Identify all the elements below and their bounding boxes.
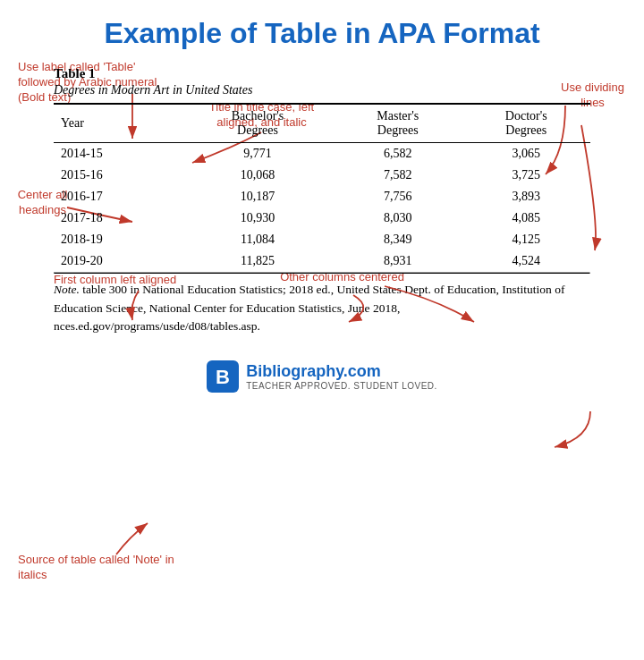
cell-year: 2016-17 bbox=[54, 186, 182, 207]
col-header-bachelor: Bachelor'sDegrees bbox=[182, 104, 334, 143]
footer-tagline: Teacher Approved. Student Loved. bbox=[246, 381, 437, 391]
col-header-year: Year bbox=[54, 104, 182, 143]
table-title: Degrees in Modern Art in United States bbox=[54, 83, 590, 97]
cell-year: 2019-20 bbox=[54, 250, 182, 272]
cell-year: 2014-15 bbox=[54, 143, 182, 165]
table-bottom-divider bbox=[54, 272, 590, 274]
cell-bachelor: 11,084 bbox=[182, 229, 334, 250]
table-row: 2018-19 11,084 8,349 4,125 bbox=[54, 229, 590, 250]
table-label: Table 1 bbox=[54, 66, 590, 81]
table-head: Year Bachelor'sDegrees Master'sDegrees D… bbox=[54, 104, 590, 143]
note-section: Note. table 300 in National Education St… bbox=[54, 274, 590, 344]
footer: B Bibliography.com Teacher Approved. Stu… bbox=[0, 344, 644, 403]
table-row: 2015-16 10,068 7,582 3,725 bbox=[54, 165, 590, 186]
table-section: Table 1 Degrees in Modern Art in United … bbox=[54, 66, 590, 274]
cell-doctor: 4,125 bbox=[462, 229, 590, 250]
header-row: Year Bachelor'sDegrees Master'sDegrees D… bbox=[54, 104, 590, 143]
col-header-master: Master'sDegrees bbox=[334, 104, 462, 143]
cell-year: 2015-16 bbox=[54, 165, 182, 186]
page-container: Example of Table in APA Format bbox=[0, 0, 644, 660]
table-row: 2014-15 9,771 6,582 3,065 bbox=[54, 143, 590, 165]
apa-table: Year Bachelor'sDegrees Master'sDegrees D… bbox=[54, 103, 590, 272]
cell-bachelor: 9,771 bbox=[182, 143, 334, 165]
svg-text:B: B bbox=[216, 366, 230, 388]
bibliography-logo-icon: B bbox=[207, 360, 239, 393]
source-annotation: Source of table called 'Note' in italics bbox=[18, 553, 206, 583]
footer-brand: Bibliography.com bbox=[246, 362, 437, 381]
footer-text-block: Bibliography.com Teacher Approved. Stude… bbox=[246, 362, 437, 391]
cell-doctor: 3,065 bbox=[462, 143, 590, 165]
cell-master: 8,030 bbox=[334, 207, 462, 229]
cell-master: 8,349 bbox=[334, 229, 462, 250]
table-row: 2019-20 11,825 8,931 4,524 bbox=[54, 250, 590, 272]
cell-bachelor: 10,930 bbox=[182, 207, 334, 229]
cell-master: 6,582 bbox=[334, 143, 462, 165]
cell-master: 7,582 bbox=[334, 165, 462, 186]
cell-doctor: 3,893 bbox=[462, 186, 590, 207]
cell-doctor: 4,524 bbox=[462, 250, 590, 272]
col-header-doctor: Doctor'sDegrees bbox=[462, 104, 590, 143]
note-text: table 300 in National Education Statisti… bbox=[54, 283, 564, 333]
cell-master: 8,931 bbox=[334, 250, 462, 272]
cell-year: 2018-19 bbox=[54, 229, 182, 250]
table-row: 2017-18 10,930 8,030 4,085 bbox=[54, 207, 590, 229]
cell-year: 2017-18 bbox=[54, 207, 182, 229]
cell-bachelor: 10,187 bbox=[182, 186, 334, 207]
cell-master: 7,756 bbox=[334, 186, 462, 207]
table-body: 2014-15 9,771 6,582 3,065 2015-16 10,068… bbox=[54, 143, 590, 273]
cell-bachelor: 10,068 bbox=[182, 165, 334, 186]
cell-doctor: 3,725 bbox=[462, 165, 590, 186]
page-title: Example of Table in APA Format bbox=[0, 0, 644, 59]
cell-doctor: 4,085 bbox=[462, 207, 590, 229]
note-label: Note. bbox=[54, 283, 80, 296]
footer-logo: B Bibliography.com Teacher Approved. Stu… bbox=[207, 360, 437, 393]
table-row: 2016-17 10,187 7,756 3,893 bbox=[54, 186, 590, 207]
cell-bachelor: 11,825 bbox=[182, 250, 334, 272]
